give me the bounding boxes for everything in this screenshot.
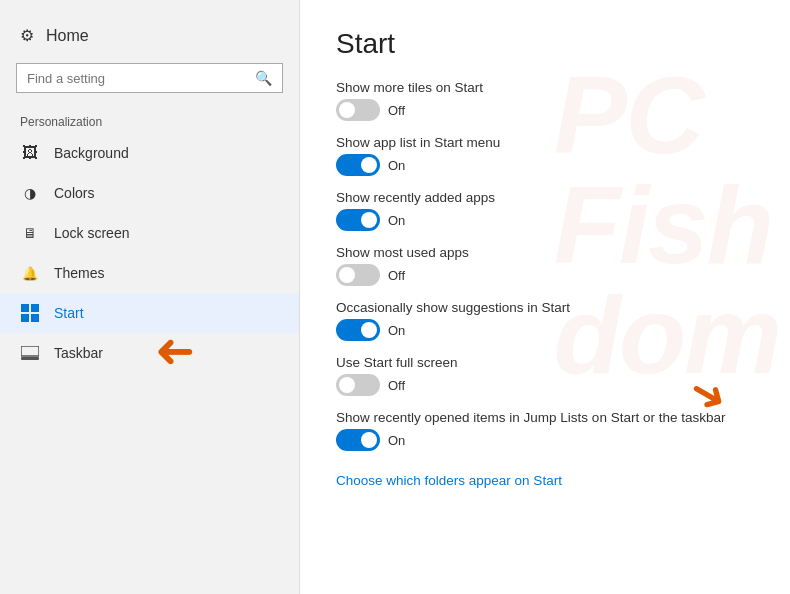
setting-label: Show recently opened items in Jump Lists… (336, 410, 754, 425)
toggle-state-label: On (388, 323, 405, 338)
svg-rect-5 (21, 357, 39, 360)
setting-label: Occasionally show suggestions in Start (336, 300, 754, 315)
personalization-section-label: Personalization (0, 109, 299, 133)
sidebar-item-start[interactable]: Start (0, 293, 299, 333)
toggle-track (336, 99, 380, 121)
toggle-recently-added[interactable] (336, 209, 380, 231)
svg-rect-1 (31, 304, 39, 312)
sidebar-item-label: Start (54, 305, 84, 321)
toggle-track (336, 154, 380, 176)
setting-app-list: Show app list in Start menu On (336, 135, 754, 176)
home-label: Home (46, 27, 89, 45)
toggle-app-list[interactable] (336, 154, 380, 176)
sidebar-item-themes[interactable]: 🔔 Themes (0, 253, 299, 293)
toggle-more-tiles[interactable] (336, 99, 380, 121)
setting-label: Show more tiles on Start (336, 80, 754, 95)
sidebar-item-lock-screen[interactable]: 🖥 Lock screen (0, 213, 299, 253)
toggle-state-label: On (388, 213, 405, 228)
folders-link[interactable]: Choose which folders appear on Start (336, 473, 562, 488)
home-icon: ⚙ (20, 26, 34, 45)
setting-jump-lists: Show recently opened items in Jump Lists… (336, 410, 754, 451)
sidebar-item-label: Taskbar (54, 345, 103, 361)
toggle-row: Off (336, 99, 754, 121)
setting-label: Show app list in Start menu (336, 135, 754, 150)
toggle-track (336, 264, 380, 286)
main-content: Start Show more tiles on Start Off Show … (300, 0, 790, 594)
toggle-row: On (336, 429, 754, 451)
toggle-thumb (361, 157, 377, 173)
sidebar-item-label: Themes (54, 265, 105, 281)
toggle-row: On (336, 209, 754, 231)
toggle-track (336, 209, 380, 231)
toggle-most-used[interactable] (336, 264, 380, 286)
lock-screen-icon: 🖥 (20, 223, 40, 243)
toggle-thumb (339, 377, 355, 393)
toggle-row: Off (336, 264, 754, 286)
toggle-state-label: Off (388, 268, 405, 283)
sidebar-item-colors[interactable]: ◑ Colors (0, 173, 299, 213)
toggle-track (336, 429, 380, 451)
themes-icon: 🔔 (20, 263, 40, 283)
toggle-state-label: Off (388, 378, 405, 393)
toggle-state-label: On (388, 433, 405, 448)
start-icon (20, 303, 40, 323)
toggle-row: On (336, 154, 754, 176)
sidebar-item-label: Colors (54, 185, 94, 201)
sidebar: ⚙ Home 🔍 Personalization 🖼 Background ◑ … (0, 0, 300, 594)
taskbar-icon (20, 343, 40, 363)
search-box[interactable]: 🔍 (16, 63, 283, 93)
toggle-thumb (339, 102, 355, 118)
toggle-row: Off (336, 374, 754, 396)
toggle-thumb (361, 432, 377, 448)
toggle-track (336, 319, 380, 341)
svg-rect-2 (21, 314, 29, 322)
toggle-state-label: On (388, 158, 405, 173)
sidebar-item-home[interactable]: ⚙ Home (0, 16, 299, 55)
sidebar-item-label: Lock screen (54, 225, 129, 241)
toggle-row: On (336, 319, 754, 341)
sidebar-item-taskbar[interactable]: Taskbar (0, 333, 299, 373)
page-title: Start (336, 28, 754, 60)
toggle-thumb (339, 267, 355, 283)
svg-rect-3 (31, 314, 39, 322)
sidebar-item-background[interactable]: 🖼 Background (0, 133, 299, 173)
toggle-thumb (361, 212, 377, 228)
toggle-track (336, 374, 380, 396)
setting-start-fullscreen: Use Start full screen Off (336, 355, 754, 396)
sidebar-item-label: Background (54, 145, 129, 161)
setting-most-used: Show most used apps Off (336, 245, 754, 286)
search-icon: 🔍 (255, 70, 272, 86)
toggle-jump-lists[interactable] (336, 429, 380, 451)
setting-recently-added: Show recently added apps On (336, 190, 754, 231)
toggle-suggestions[interactable] (336, 319, 380, 341)
setting-label: Use Start full screen (336, 355, 754, 370)
background-icon: 🖼 (20, 143, 40, 163)
svg-rect-4 (21, 346, 39, 356)
setting-label: Show recently added apps (336, 190, 754, 205)
setting-label: Show most used apps (336, 245, 754, 260)
setting-suggestions: Occasionally show suggestions in Start O… (336, 300, 754, 341)
toggle-start-fullscreen[interactable] (336, 374, 380, 396)
colors-icon: ◑ (20, 183, 40, 203)
toggle-thumb (361, 322, 377, 338)
search-input[interactable] (27, 71, 249, 86)
setting-more-tiles: Show more tiles on Start Off (336, 80, 754, 121)
svg-rect-0 (21, 304, 29, 312)
toggle-state-label: Off (388, 103, 405, 118)
